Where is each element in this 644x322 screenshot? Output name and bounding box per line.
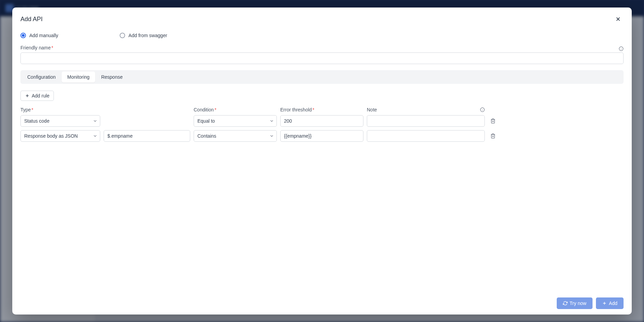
friendly-name-label: Friendly name*: [20, 45, 53, 50]
tab-configuration[interactable]: Configuration: [22, 72, 61, 82]
radio-label: Add manually: [29, 33, 58, 38]
rules-header-row: Type* Condition* Error threshold* Note: [20, 107, 624, 112]
add-api-modal: Add API Add manually Add from swagger Fr…: [12, 7, 632, 315]
tab-monitoring[interactable]: Monitoring: [62, 72, 95, 82]
add-label: Add: [609, 301, 617, 306]
rule-path-input[interactable]: [104, 130, 190, 142]
rule-note-input[interactable]: [367, 115, 485, 127]
tab-bar: Configuration Monitoring Response: [20, 70, 624, 84]
source-radio-group: Add manually Add from swagger: [20, 30, 624, 38]
tab-response[interactable]: Response: [96, 72, 128, 82]
rule-type-select[interactable]: [20, 115, 100, 127]
col-note: Note: [367, 107, 485, 112]
col-type: Type*: [20, 107, 190, 112]
rule-threshold-input[interactable]: [280, 115, 363, 127]
delete-rule-button[interactable]: [488, 131, 498, 141]
modal-title: Add API: [20, 16, 613, 23]
close-button[interactable]: [613, 14, 624, 25]
rule-row: [20, 115, 624, 127]
col-error-threshold: Error threshold*: [280, 107, 363, 112]
radio-add-from-swagger[interactable]: Add from swagger: [120, 33, 167, 38]
radio-add-manually[interactable]: Add manually: [20, 33, 58, 38]
close-icon: [615, 16, 621, 22]
refresh-icon: [563, 301, 568, 306]
friendly-name-input[interactable]: [20, 52, 624, 64]
try-now-label: Try now: [570, 301, 586, 306]
rule-note-input[interactable]: [367, 130, 485, 142]
add-rule-label: Add rule: [32, 93, 49, 98]
delete-rule-button[interactable]: [488, 116, 498, 126]
modal-header: Add API: [12, 7, 632, 27]
modal-body: Add manually Add from swagger Friendly n…: [12, 27, 632, 292]
info-icon[interactable]: [619, 46, 624, 51]
rule-row: [20, 130, 624, 142]
add-button[interactable]: Add: [596, 297, 624, 309]
plus-icon: [602, 301, 607, 306]
radio-icon: [20, 33, 26, 38]
rule-condition-select[interactable]: [194, 130, 277, 142]
rule-threshold-input[interactable]: [280, 130, 363, 142]
trash-icon: [490, 133, 496, 139]
rule-condition-select[interactable]: [194, 115, 277, 127]
rules-table: Type* Condition* Error threshold* Note: [20, 107, 624, 145]
radio-icon: [120, 33, 125, 38]
modal-footer: Try now Add: [12, 292, 632, 315]
col-condition: Condition*: [194, 107, 277, 112]
add-rule-button[interactable]: Add rule: [20, 91, 54, 101]
plus-icon: [25, 93, 30, 98]
trash-icon: [490, 118, 496, 124]
try-now-button[interactable]: Try now: [557, 297, 593, 309]
rule-type-select[interactable]: [20, 130, 100, 142]
info-icon[interactable]: [480, 107, 485, 112]
radio-label: Add from swagger: [129, 33, 167, 38]
